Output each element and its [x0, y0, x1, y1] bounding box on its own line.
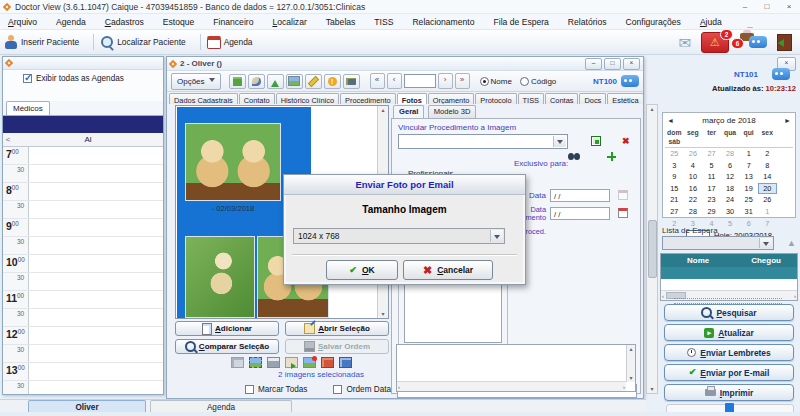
calendar-day[interactable]: 8: [758, 160, 777, 172]
print-image-icon[interactable]: [267, 357, 280, 368]
notes-h-scrollbar[interactable]: ‹›: [397, 381, 626, 391]
calendar-day[interactable]: 9: [665, 171, 684, 183]
calendar-day[interactable]: 4: [684, 160, 703, 172]
menu-item-10[interactable]: Relatórios: [568, 17, 607, 27]
alert-icon[interactable]: !: [324, 74, 341, 89]
check-all-checkbox[interactable]: [245, 385, 254, 394]
calendar-day[interactable]: 17: [702, 183, 721, 195]
calendar-day[interactable]: 29: [702, 206, 721, 218]
schedule-row[interactable]: 1100: [3, 291, 163, 309]
maximize-icon[interactable]: □: [756, 0, 778, 13]
schedule-row[interactable]: 30: [3, 381, 163, 395]
agenda-button[interactable]: Agenda: [224, 37, 253, 47]
chat-icon[interactable]: [749, 36, 767, 48]
close-icon[interactable]: ×: [778, 0, 800, 13]
search-button[interactable]: Pesquisar: [664, 304, 794, 321]
calendar-day[interactable]: 1: [739, 148, 758, 160]
insert-patient-button[interactable]: Inserir Paciente: [21, 37, 79, 47]
scroll-up-icon[interactable]: ▴: [381, 106, 384, 114]
send-reminders-button[interactable]: Enviar Lembretes: [664, 344, 794, 361]
table-row[interactable]: [661, 279, 797, 290]
cancel-button[interactable]: ✖ Cancelar: [403, 260, 493, 280]
notes-textarea[interactable]: ▴▾ ‹›: [396, 344, 636, 392]
calendar-day[interactable]: 5: [702, 160, 721, 172]
radio-nome[interactable]: [480, 77, 489, 86]
open-selection-button[interactable]: Abrir Seleção: [285, 321, 389, 336]
calendar-day[interactable]: 11: [702, 171, 721, 183]
schedule-row[interactable]: 30: [3, 165, 163, 183]
waiting-list-select[interactable]: [662, 236, 774, 250]
proc-date-field[interactable]: / /: [550, 207, 610, 220]
menu-item-4[interactable]: Financeiro: [213, 17, 253, 27]
date-field[interactable]: / /: [550, 189, 610, 202]
schedule-row[interactable]: 1000: [3, 255, 163, 273]
image-size-select[interactable]: 1024 x 768: [293, 228, 505, 244]
calendar-day[interactable]: 13: [739, 171, 758, 183]
schedule-row[interactable]: 30: [3, 273, 163, 291]
calendar-day[interactable]: 6: [739, 218, 758, 230]
calendar-day[interactable]: 24: [721, 194, 740, 206]
calendar-day[interactable]: 28: [721, 148, 740, 160]
records-icon[interactable]: [229, 74, 246, 89]
patient-photo-thumbnail[interactable]: [185, 123, 281, 201]
menu-item-5[interactable]: Localizar: [272, 17, 306, 27]
column-chegou[interactable]: Chegou: [735, 256, 797, 265]
find-patient-button[interactable]: Localizar Paciente: [117, 37, 185, 47]
link-procedure-select[interactable]: [398, 134, 568, 149]
calendar-day[interactable]: 25: [665, 148, 684, 160]
schedule-row[interactable]: 30: [3, 345, 163, 363]
compare-selection-button[interactable]: Comparar Seleção: [175, 339, 279, 354]
menu-item-3[interactable]: Estoque: [163, 17, 195, 27]
refresh-list-icon[interactable]: [591, 136, 601, 146]
menu-item-1[interactable]: Agenda: [56, 17, 86, 27]
sort-icon[interactable]: ▲: [787, 238, 796, 248]
calendar-day[interactable]: 18: [721, 183, 740, 195]
calendar-day-selected[interactable]: 20: [758, 183, 777, 195]
schedule-row[interactable]: 1200: [3, 327, 163, 345]
calendar-day[interactable]: 5: [721, 218, 740, 230]
schedule-row[interactable]: 30: [3, 309, 163, 327]
schedule-row[interactable]: 30: [3, 201, 163, 219]
slide-red-icon[interactable]: [321, 357, 334, 368]
remove-procedure-icon[interactable]: ✖: [622, 137, 630, 146]
ok-button[interactable]: ✔ OK: [326, 260, 398, 280]
add-image-button[interactable]: Adicionar: [175, 321, 279, 336]
calendar-day[interactable]: 21: [665, 194, 684, 206]
slide-blue-icon[interactable]: [339, 357, 352, 368]
calendar-day[interactable]: 12: [721, 171, 740, 183]
table-row-selected[interactable]: [661, 267, 797, 279]
calendar-day[interactable]: 16: [684, 183, 703, 195]
menu-item-6[interactable]: Tabelas: [326, 17, 356, 27]
calendar-day[interactable]: 14: [758, 171, 777, 183]
menu-item-7[interactable]: TISS: [374, 17, 393, 27]
calendar-day[interactable]: 27: [665, 206, 684, 218]
refresh-button[interactable]: ▸Atualizar: [664, 324, 794, 341]
snapshot-icon[interactable]: [343, 74, 360, 89]
chat-icon[interactable]: [772, 68, 790, 80]
calendar-day[interactable]: 1: [758, 206, 777, 218]
send-mail-icon[interactable]: [285, 357, 298, 368]
menu-item-0[interactable]: Arquivo: [8, 17, 37, 27]
calendar-prev-icon[interactable]: ◄: [667, 117, 674, 124]
nav-prev-icon[interactable]: ‹: [387, 73, 402, 89]
calendar-day[interactable]: 31: [739, 206, 758, 218]
calendar-day[interactable]: 15: [665, 183, 684, 195]
exit-icon[interactable]: [777, 34, 792, 51]
menu-item-12[interactable]: Ajuda: [700, 17, 722, 27]
export-image-icon[interactable]: [249, 357, 262, 368]
edit-icon[interactable]: [305, 74, 322, 89]
calendar-day[interactable]: 30: [721, 206, 740, 218]
proc-date-picker-icon[interactable]: [618, 208, 628, 218]
subtab-geral[interactable]: Geral: [393, 105, 424, 119]
schedule-row[interactable]: 1300: [3, 363, 163, 381]
patient-photo-thumbnail[interactable]: [185, 236, 255, 318]
calendar-day[interactable]: 10: [684, 171, 703, 183]
messages-icon[interactable]: ✉: [678, 35, 691, 50]
send-email-button[interactable]: ✔Enviar por E-mail: [664, 364, 794, 381]
record-search-input[interactable]: [404, 74, 436, 88]
calendar-day[interactable]: 27: [702, 148, 721, 160]
calendar-day[interactable]: 3: [665, 160, 684, 172]
minimize-icon[interactable]: –: [585, 58, 602, 70]
scroll-down-icon[interactable]: ▾: [381, 310, 384, 318]
date-picker-icon[interactable]: [618, 190, 628, 200]
